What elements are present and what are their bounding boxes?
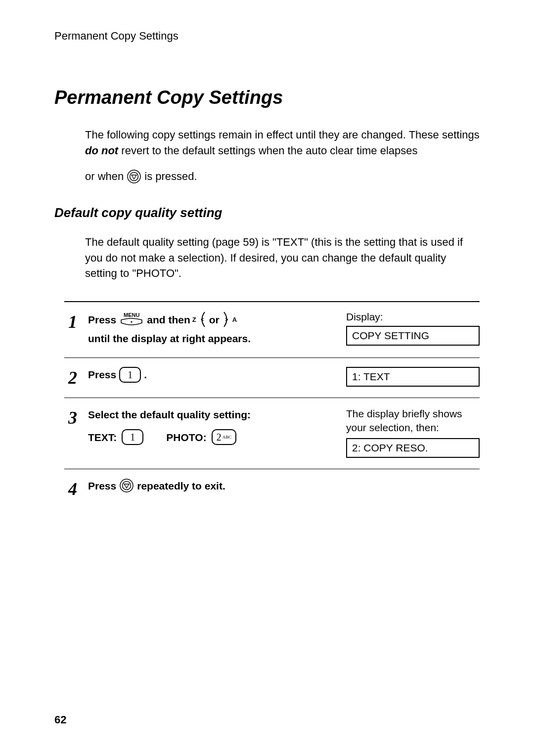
svg-text:<: < (201, 316, 204, 322)
step-display-col: Display: COPY SETTING (346, 311, 480, 346)
step-body: Select the default quality setting: TEXT… (88, 407, 339, 445)
display-note: The display briefly shows your selection… (346, 407, 480, 435)
key-1: 1 (122, 429, 143, 445)
step-number: 1 (64, 311, 81, 331)
display-label: Display: (346, 311, 480, 323)
key-2-sub: ABC (222, 434, 232, 441)
page-header: Permanent Copy Settings (54, 30, 480, 43)
intro-text-2: revert to the default settings when the … (118, 144, 417, 157)
intro-text-1: The following copy settings remain in ef… (85, 129, 480, 141)
step2-press: Press (88, 367, 116, 383)
step-row-1: 1 Press MENU and then Z < (64, 302, 480, 358)
a-label: A (232, 315, 237, 325)
step-number: 3 (64, 407, 81, 427)
display-box: COPY SETTING (346, 326, 480, 346)
step-row-2: 2 Press 1 . 1: TEXT (64, 358, 480, 398)
key-2: 2ABC (212, 429, 237, 445)
step-body: Press repeatedly to exit. (88, 478, 339, 494)
step-number: 4 (64, 478, 81, 498)
key-1: 1 (119, 367, 141, 383)
step-row-3: 3 Select the default quality setting: TE… (64, 398, 480, 469)
step-row-4: 4 Press repeatedly to exit. (64, 469, 480, 509)
step-display-col: The display briefly shows your selection… (346, 407, 480, 458)
svg-point-3 (131, 321, 133, 322)
step1-line2: until the display at right appears. (88, 331, 339, 347)
arrow-right-group: > A (222, 311, 237, 328)
stop-icon (119, 478, 134, 493)
step-display-col: 1: TEXT (346, 367, 480, 387)
step-body: Press 1 . (88, 367, 339, 383)
key-2-num: 2 (217, 430, 222, 445)
step-body: Press MENU and then Z < or (88, 311, 339, 347)
right-arrow-icon: > (222, 311, 231, 328)
step4-rest: repeatedly to exit. (137, 478, 225, 494)
stop-icon (127, 169, 141, 184)
photo-label: PHOTO: (166, 430, 206, 445)
step4-press: Press (88, 478, 116, 494)
intro-line2-a: or when (85, 169, 124, 184)
left-arrow-icon: < (197, 311, 207, 328)
z-label: Z (192, 315, 196, 325)
step-number: 2 (64, 367, 81, 387)
steps-table: 1 Press MENU and then Z < (64, 301, 480, 508)
step2-period: . (144, 367, 147, 383)
display-box: 1: TEXT (346, 367, 480, 387)
intro-line-2: or when is pressed. (85, 169, 480, 184)
svg-text:>: > (225, 316, 228, 322)
intro-donot: do not (85, 144, 118, 157)
menu-label: MENU (124, 312, 139, 318)
text-label: TEXT: (88, 430, 117, 445)
step3-line1: Select the default quality setting: (88, 407, 339, 423)
intro-paragraph: The following copy settings remain in ef… (85, 127, 480, 159)
step1-andthen: and then (147, 312, 190, 328)
display-box: 2: COPY RESO. (346, 438, 480, 458)
step1-press: Press (88, 312, 116, 328)
svg-marker-2 (132, 175, 136, 179)
page-number: 62 (54, 713, 66, 726)
menu-button-icon: MENU (119, 312, 144, 327)
main-title: Permanent Copy Settings (54, 87, 480, 108)
subheading: Default copy quality setting (54, 205, 480, 221)
step3-options: TEXT: 1 PHOTO: 2ABC (88, 429, 339, 445)
arrow-left-group: Z < (192, 311, 207, 328)
subheading-text: The default quality setting (page 59) is… (85, 234, 480, 282)
svg-marker-8 (124, 484, 129, 488)
step1-or: or (209, 312, 220, 328)
intro-line2-b: is pressed. (144, 169, 197, 184)
